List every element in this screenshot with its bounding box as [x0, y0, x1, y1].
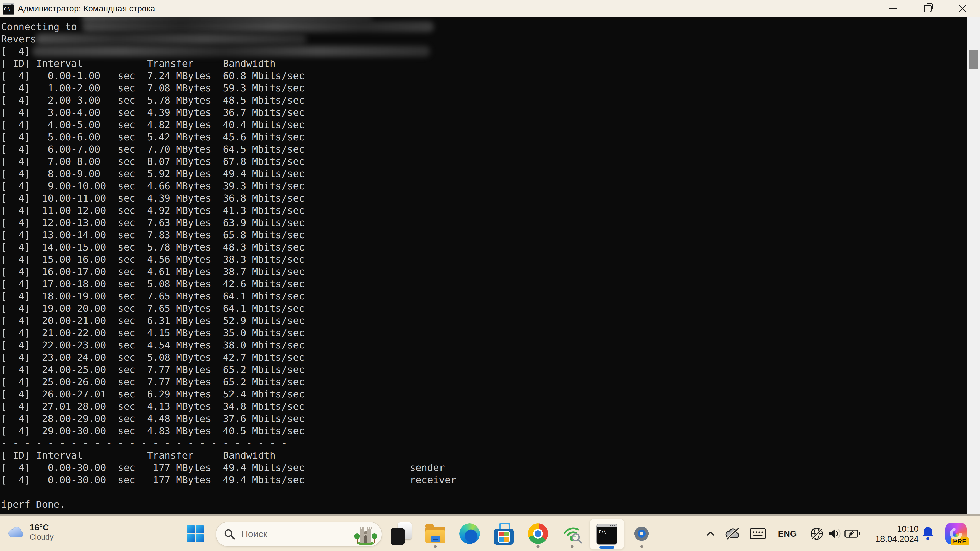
running-indicator	[640, 545, 643, 548]
search-highlight-image	[354, 523, 377, 545]
terminal-line: [ 4] 7.00-8.00 sec 8.07 MBytes 67.8 Mbit…	[1, 156, 967, 168]
terminal-line: [ 4] 20.00-21.00 sec 6.31 MBytes 52.9 Mb…	[1, 314, 967, 327]
network-button[interactable]	[808, 516, 826, 551]
wifi-analyzer-button[interactable]	[555, 519, 589, 549]
terminal-output: Connecting to Revers[ 4][ ID] Interval T…	[0, 17, 967, 514]
terminal-line: [ 4] 1.00-2.00 sec 7.08 MBytes 59.3 Mbit…	[1, 82, 967, 94]
terminal-line: [ 4] 10.00-11.00 sec 4.39 MBytes 36.8 Mb…	[1, 192, 967, 204]
terminal-line: [ 4] 15.00-16.00 sec 4.56 MBytes 38.3 Mb…	[1, 253, 967, 265]
terminal-line	[1, 486, 967, 498]
settings-button[interactable]	[625, 519, 659, 549]
taskbar-apps: C:\_	[384, 519, 659, 550]
date-label: 18.04.2024	[875, 534, 919, 544]
edge-icon	[460, 524, 480, 544]
edge-button[interactable]	[452, 519, 487, 549]
notification-bell-icon	[921, 526, 935, 541]
redaction-blur	[32, 46, 430, 57]
terminal-line: [ 4] 18.00-19.00 sec 7.65 MBytes 64.1 Mb…	[1, 290, 967, 302]
restore-button[interactable]	[910, 0, 945, 17]
window-switcher-app-button[interactable]	[384, 519, 418, 549]
wifi-analyzer-icon	[561, 522, 584, 545]
clock[interactable]: 10:10 18.04.2024	[865, 516, 919, 551]
chrome-button[interactable]	[521, 519, 555, 549]
copilot-button[interactable]: PRE	[943, 516, 969, 551]
tray-overflow-button[interactable]	[703, 516, 718, 551]
terminal-line: [ 4] 5.00-6.00 sec 5.42 MBytes 45.6 Mbit…	[1, 131, 967, 143]
cloud-icon	[7, 526, 25, 538]
terminal-line: [ ID] Interval Transfer Bandwidth	[1, 57, 967, 70]
command-prompt-icon: C:\_	[597, 524, 617, 545]
chevron-up-icon	[705, 530, 716, 537]
redaction-blur	[36, 34, 307, 44]
keyboard-icon	[749, 527, 767, 540]
close-button[interactable]	[945, 0, 980, 17]
terminal-line: [ 4] 2.00-3.00 sec 5.78 MBytes 48.5 Mbit…	[1, 94, 967, 106]
active-window-indicator	[600, 546, 614, 549]
language-label: ENG	[778, 529, 797, 539]
window-title: Администратор: Командная строка	[18, 4, 155, 14]
desktop: { "window": { "title": "Администратор: К…	[0, 0, 980, 551]
terminal-line: [ 4] 0.00-30.00 sec 177 MBytes 49.4 Mbit…	[1, 462, 967, 474]
volume-button[interactable]	[826, 516, 843, 551]
terminal-line: [ 4] 9.00-10.00 sec 4.66 MBytes 39.3 Mbi…	[1, 180, 967, 192]
terminal-line: [ 4] 28.00-29.00 sec 4.48 MBytes 37.6 Mb…	[1, 413, 967, 425]
window-switcher-icon	[390, 522, 412, 545]
search-input[interactable]: Поиск	[216, 522, 382, 547]
terminal-line: [ 4] 29.00-30.00 sec 4.83 MBytes 40.5 Mb…	[1, 425, 967, 437]
terminal-line: [ 4] 24.00-25.00 sec 7.77 MBytes 65.2 Mb…	[1, 364, 967, 376]
terminal-line: [ 4] 17.00-18.00 sec 5.08 MBytes 42.6 Mb…	[1, 278, 967, 290]
battery-charging-icon	[844, 528, 861, 539]
redaction-blur	[82, 21, 434, 32]
touch-keyboard-button[interactable]	[748, 516, 767, 551]
window-controls	[875, 0, 980, 17]
cmd-window-icon: C:\_	[3, 3, 14, 14]
onedrive-button[interactable]	[724, 516, 741, 551]
terminal-line: [ 4] 19.00-20.00 sec 7.65 MBytes 64.1 Mb…	[1, 302, 967, 314]
cloud-paused-icon	[724, 526, 741, 541]
microsoft-store-button[interactable]	[487, 519, 521, 549]
start-button[interactable]	[181, 520, 209, 547]
running-indicator	[571, 545, 574, 548]
battery-button[interactable]	[844, 516, 862, 551]
terminal-line: - - - - - - - - - - - - - - - - - - - - …	[1, 437, 967, 449]
search-icon	[223, 528, 235, 540]
terminal-line: [ 4] 3.00-4.00 sec 4.39 MBytes 36.7 Mbit…	[1, 106, 967, 119]
terminal-line: [ 4] 12.00-13.00 sec 7.63 MBytes 63.9 Mb…	[1, 217, 967, 229]
terminal-line: [ 4] 13.00-14.00 sec 7.83 MBytes 65.8 Mb…	[1, 229, 967, 241]
copilot-preview-badge: PRE	[951, 537, 969, 545]
terminal-line: [ 4] 22.00-23.00 sec 4.54 MBytes 38.0 Mb…	[1, 339, 967, 351]
command-prompt-button[interactable]: C:\_	[589, 519, 625, 550]
file-explorer-icon	[425, 524, 446, 543]
terminal-line: [ 4] 23.00-24.00 sec 5.08 MBytes 42.7 Mb…	[1, 351, 967, 364]
copilot-icon: PRE	[945, 523, 967, 545]
terminal-line: iperf Done.	[1, 498, 967, 510]
search-placeholder: Поиск	[241, 529, 267, 540]
terminal-line: [ ID] Interval Transfer Bandwidth	[1, 449, 967, 462]
notification-button[interactable]	[920, 516, 935, 551]
taskbar: 16°C Cloudy Поиск	[0, 516, 980, 551]
language-button[interactable]: ENG	[773, 516, 801, 551]
terminal-line: [ 4] 27.01-28.00 sec 4.13 MBytes 34.8 Mb…	[1, 400, 967, 413]
settings-gear-icon	[631, 523, 652, 545]
window-titlebar: C:\_ Администратор: Командная строка	[0, 0, 980, 17]
terminal-line: [ 4] 25.00-26.00 sec 7.77 MBytes 65.2 Mb…	[1, 376, 967, 388]
terminal-line: [ 4] 8.00-9.00 sec 5.92 MBytes 49.4 Mbit…	[1, 168, 967, 180]
terminal-line: [ 4] 16.00-17.00 sec 4.61 MBytes 38.7 Mb…	[1, 265, 967, 278]
microsoft-store-icon	[494, 523, 514, 545]
running-indicator	[537, 545, 539, 548]
terminal-line: [ 4] 11.00-12.00 sec 4.92 MBytes 41.3 Mb…	[1, 204, 967, 217]
weather-widget[interactable]: 16°C Cloudy	[7, 522, 53, 541]
minimize-icon	[889, 8, 897, 9]
file-explorer-button[interactable]	[418, 519, 452, 549]
scrollbar-thumb[interactable]	[969, 50, 978, 68]
minimize-button[interactable]	[875, 0, 910, 17]
terminal-line: [ 4] 26.00-27.01 sec 6.29 MBytes 52.4 Mb…	[1, 388, 967, 400]
scrollbar-track[interactable]	[967, 17, 980, 514]
time-label: 10:10	[897, 524, 919, 534]
terminal-line: [ 4] 14.00-15.00 sec 5.78 MBytes 48.3 Mb…	[1, 241, 967, 253]
terminal-line: [ 4] 21.00-22.00 sec 4.15 MBytes 35.0 Mb…	[1, 327, 967, 339]
close-icon	[959, 5, 967, 13]
terminal-line: [ 4] 6.00-7.00 sec 7.70 MBytes 64.5 Mbit…	[1, 143, 967, 156]
terminal-line: [ 4] 4.00-5.00 sec 4.82 MBytes 40.4 Mbit…	[1, 119, 967, 131]
terminal-line: [ 4] 0.00-1.00 sec 7.24 MBytes 60.8 Mbit…	[1, 70, 967, 82]
